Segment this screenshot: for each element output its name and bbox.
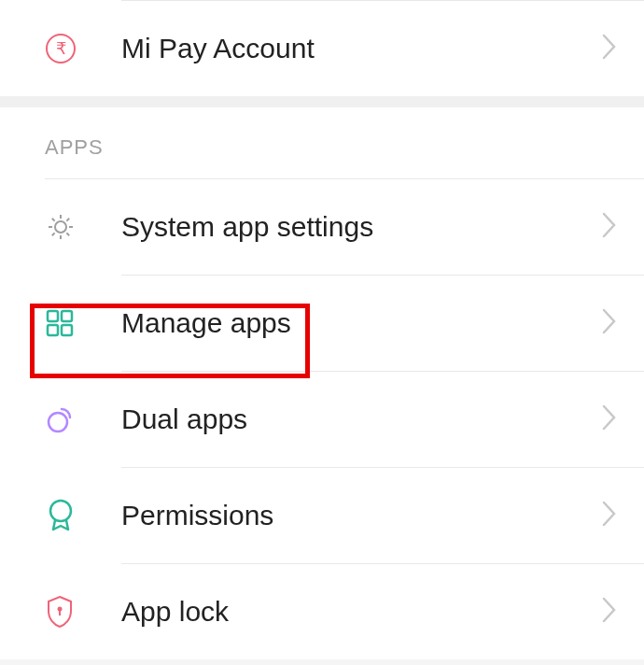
chevron-right-icon: [601, 403, 618, 435]
badge-icon: [45, 498, 121, 533]
row-label: System app settings: [121, 211, 601, 243]
svg-rect-4: [62, 311, 72, 321]
row-label: Manage apps: [121, 307, 601, 339]
row-permissions[interactable]: Permissions: [0, 468, 644, 563]
row-mi-pay[interactable]: ₹ Mi Pay Account: [0, 1, 644, 96]
svg-point-9: [58, 607, 63, 612]
row-app-lock[interactable]: App lock: [0, 564, 644, 659]
row-label: Dual apps: [121, 403, 601, 435]
svg-point-2: [55, 221, 66, 233]
row-manage-apps[interactable]: Manage apps: [0, 276, 644, 371]
row-label: Mi Pay Account: [121, 33, 601, 64]
svg-rect-6: [62, 325, 72, 335]
chevron-right-icon: [601, 307, 618, 339]
shield-lock-icon: [45, 594, 121, 630]
chevron-right-icon: [601, 33, 618, 64]
chevron-right-icon: [601, 596, 618, 628]
svg-point-8: [50, 501, 71, 521]
svg-rect-3: [48, 311, 58, 321]
row-label: App lock: [121, 596, 601, 628]
section-gap: [0, 96, 644, 107]
svg-point-7: [49, 413, 67, 432]
gear-icon: [45, 211, 121, 243]
row-label: Permissions: [121, 500, 601, 531]
top-section: ₹ Mi Pay Account: [0, 0, 644, 96]
svg-rect-5: [48, 325, 58, 335]
chevron-right-icon: [601, 211, 618, 243]
dual-circles-icon: [45, 403, 121, 435]
apps-grid-icon: [45, 308, 121, 338]
apps-header: APPS: [0, 107, 644, 178]
svg-rect-10: [59, 611, 61, 615]
apps-section: APPS System app settings Manage: [0, 107, 644, 659]
svg-text:₹: ₹: [56, 39, 66, 58]
row-system-app-settings[interactable]: System app settings: [0, 179, 644, 275]
chevron-right-icon: [601, 500, 618, 531]
rupee-icon: ₹: [45, 33, 121, 64]
row-dual-apps[interactable]: Dual apps: [0, 372, 644, 467]
